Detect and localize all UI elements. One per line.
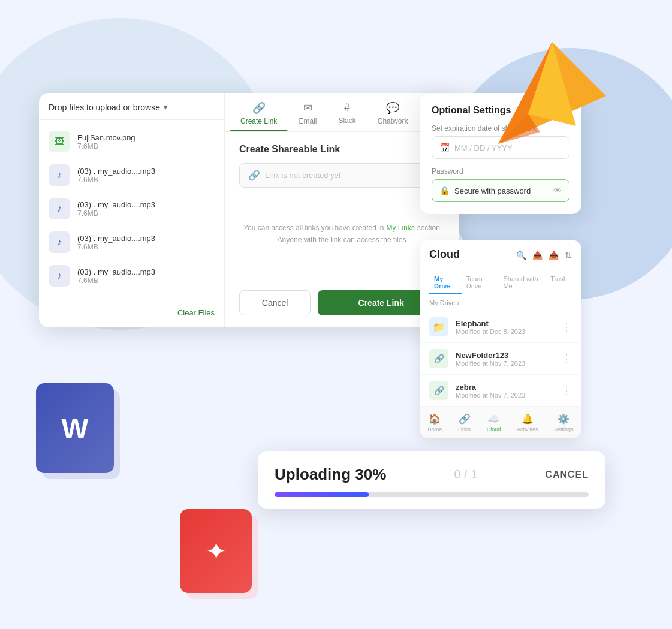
list-item: 🖼 FujiSan.mov.png 7.6MB [39, 125, 224, 158]
clear-files-button[interactable]: Clear Files [39, 297, 224, 318]
progress-fill [275, 492, 369, 497]
list-item: ♪ (03) . my_audio....mp3 7.6MB [39, 259, 224, 293]
password-value: Secure with password [454, 186, 549, 195]
list-item: ♪ (03) . my_audio....mp3 7.6MB [39, 192, 224, 225]
file-panel-header: Drop files to upload or browse ▾ [39, 103, 224, 120]
uploading-label: Uploading 30% [275, 465, 386, 484]
cancel-button[interactable]: Cancel [239, 290, 311, 315]
cloud-header: Cloud 🔍 📤 📥 ⇅ [420, 240, 581, 270]
file-panel: Drop files to upload or browse ▾ 🖼 FujiS… [39, 93, 225, 327]
my-links-link[interactable]: My Links [387, 224, 415, 232]
link-input[interactable]: 🔗 Link is not created yet [239, 163, 444, 188]
main-modal-card: Drop files to upload or browse ▾ 🖼 FujiS… [39, 93, 459, 327]
my-links-info: You can access all links you have create… [239, 224, 444, 232]
drop-files-label: Drop files to upload or browse ▾ [49, 103, 167, 112]
cloud-tabs: My Drive Team Drive Shared with Me Trash [420, 270, 581, 294]
share-title: Create Shareable Link [239, 144, 444, 155]
upload-count: 0 / 1 [454, 468, 477, 481]
settings-icon: ⚙️ [558, 413, 569, 425]
list-item: ♪ (03) . my_audio....mp3 7.6MB [39, 158, 224, 192]
cloud-item-name: zebra [456, 383, 554, 392]
cloud-toolbar: 🔍 📤 📥 ⇅ [516, 251, 572, 260]
cloud-item-name: NewFolder123 [456, 351, 554, 360]
shared-folder-icon: 🔗 [429, 381, 448, 400]
shared-folder-icon: 🔗 [429, 349, 448, 368]
tab-label: Create Link [240, 117, 277, 125]
cloud-tab-trash[interactable]: Trash [546, 270, 572, 294]
tab-chatwork[interactable]: 💬 Chatwork [367, 93, 419, 131]
nav-links[interactable]: 🔗 Links [458, 413, 471, 432]
link-icon: 🔗 [248, 170, 260, 181]
more-options-icon[interactable]: ⋮ [561, 352, 572, 365]
folder-icon: 📁 [429, 317, 448, 336]
file-list: 🖼 FujiSan.mov.png 7.6MB ♪ (03) . my_audi… [39, 120, 224, 297]
cloud-bottom-nav: 🏠 Home 🔗 Links ☁️ Cloud 🔔 Activities ⚙️ … [420, 407, 581, 438]
tab-slack[interactable]: # Slack [327, 93, 366, 131]
cloud-list-item: 🔗 NewFolder123 Modified at Nov 7, 2023 ⋮ [420, 343, 581, 375]
file-size: 7.6MB [77, 276, 215, 285]
search-icon[interactable]: 🔍 [516, 251, 526, 260]
chatwork-icon: 💬 [386, 101, 399, 115]
cloud-title: Cloud [429, 248, 460, 261]
file-info: (03) . my_audio....mp3 7.6MB [77, 167, 215, 184]
cancel-upload-button[interactable]: CANCEL [545, 470, 589, 480]
info-suffix: section [417, 224, 440, 232]
download-icon[interactable]: 📥 [549, 251, 559, 260]
file-info: (03) . my_audio....mp3 7.6MB [77, 267, 215, 285]
audio-file-icon: ♪ [49, 231, 70, 253]
audio-file-icon: ♪ [49, 198, 70, 219]
cloud-tab-my-drive[interactable]: My Drive [429, 270, 462, 294]
cloud-item-name: Elephant [456, 319, 554, 328]
cloud-panel: Cloud 🔍 📤 📥 ⇅ My Drive Team Drive Shared… [420, 240, 581, 438]
file-name: (03) . my_audio....mp3 [77, 167, 215, 176]
tab-create-link[interactable]: 🔗 Create Link [230, 93, 288, 131]
audio-file-icon: ♪ [49, 265, 70, 287]
lock-icon: 🔒 [439, 186, 450, 195]
password-section-label: Password [432, 167, 569, 176]
tab-label: Chatwork [378, 117, 408, 125]
file-name: (03) . my_audio....mp3 [77, 267, 215, 276]
word-doc-decoration: W [36, 383, 114, 473]
more-options-icon[interactable]: ⋮ [561, 384, 572, 397]
eye-icon[interactable]: 👁 [553, 186, 562, 195]
file-size: 7.6MB [77, 243, 215, 251]
file-name: FujiSan.mov.png [77, 133, 215, 142]
sort-icon[interactable]: ⇅ [565, 251, 572, 260]
nav-settings[interactable]: ⚙️ Settings [554, 413, 574, 432]
nav-cloud[interactable]: ☁️ Cloud [487, 413, 501, 432]
cloud-tab-shared[interactable]: Shared with Me [498, 270, 546, 294]
tab-label: Slack [338, 116, 355, 125]
more-options-icon[interactable]: ⋮ [561, 320, 572, 333]
file-size: 7.6MB [77, 209, 215, 218]
file-info: (03) . my_audio....mp3 7.6MB [77, 234, 215, 251]
password-input[interactable]: 🔒 Secure with password 👁 [432, 179, 569, 202]
file-name: (03) . my_audio....mp3 [77, 234, 215, 243]
nav-home[interactable]: 🏠 Home [427, 413, 442, 432]
cloud-tab-team-drive[interactable]: Team Drive [462, 270, 499, 294]
cloud-item-info: Elephant Modified at Dec 8, 2023 [456, 319, 554, 335]
tab-email[interactable]: ✉ Email [288, 93, 327, 131]
nav-label: Cloud [487, 426, 501, 432]
nav-label: Settings [554, 426, 574, 432]
links-icon: 🔗 [459, 413, 471, 425]
cloud-item-date: Modified at Dec 8, 2023 [456, 328, 554, 335]
share-info: You can access all links you have create… [239, 224, 444, 244]
file-info: FujiSan.mov.png 7.6MB [77, 133, 215, 151]
info-prefix: You can access all links you have create… [243, 224, 384, 232]
chevron-down-icon: ▾ [164, 103, 167, 112]
cloud-list-item: 📁 Elephant Modified at Dec 8, 2023 ⋮ [420, 311, 581, 343]
list-item: ♪ (03) . my_audio....mp3 7.6MB [39, 225, 224, 259]
cloud-icon: ☁️ [487, 413, 499, 425]
nav-activities[interactable]: 🔔 Activities [517, 413, 538, 432]
file-size: 7.6MB [77, 176, 215, 184]
nav-label: Links [458, 426, 471, 432]
file-size: 7.6MB [77, 142, 215, 151]
home-icon: 🏠 [429, 413, 441, 425]
drop-files-text: Drop files to upload or browse [49, 103, 160, 112]
cloud-breadcrumb: My Drive › [420, 294, 581, 311]
nav-label: Home [427, 426, 442, 432]
pdf-doc-decoration: ✦ [180, 509, 252, 593]
cloud-item-info: NewFolder123 Modified at Nov 7, 2023 [456, 351, 554, 367]
link-icon: 🔗 [252, 101, 266, 115]
upload-icon[interactable]: 📤 [532, 251, 543, 260]
